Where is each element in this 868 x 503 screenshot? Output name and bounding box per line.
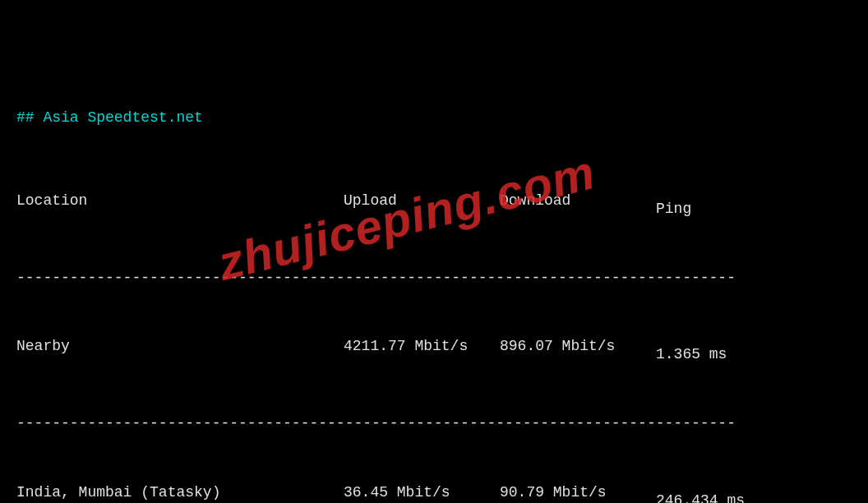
- header-location: Location: [16, 190, 344, 213]
- cell-ping: 246.434 ms: [656, 490, 745, 503]
- table-row: India, Mumbai (Tatasky)36.45 Mbit/s90.79…: [16, 482, 852, 503]
- results-list: India, Mumbai (Tatasky)36.45 Mbit/s90.79…: [16, 482, 852, 503]
- cell-download: 90.79 Mbit/s: [500, 482, 656, 503]
- divider-line: ----------------------------------------…: [16, 267, 852, 290]
- nearby-upload: 4211.77 Mbit/s: [344, 335, 500, 358]
- nearby-ping: 1.365 ms: [656, 344, 727, 367]
- nearby-download: 896.07 Mbit/s: [500, 335, 656, 358]
- table-header-row: LocationUploadDownloadPing: [16, 190, 852, 221]
- nearby-location: Nearby: [16, 335, 344, 358]
- nearby-row: Nearby4211.77 Mbit/s896.07 Mbit/s1.365 m…: [16, 335, 852, 367]
- header-upload: Upload: [344, 190, 500, 213]
- section-title: ## Asia Speedtest.net: [16, 107, 852, 130]
- divider-line: ----------------------------------------…: [16, 413, 852, 436]
- header-download: Download: [500, 190, 656, 213]
- cell-location: India, Mumbai (Tatasky): [16, 482, 344, 503]
- cell-upload: 36.45 Mbit/s: [344, 482, 500, 503]
- header-ping: Ping: [656, 198, 691, 221]
